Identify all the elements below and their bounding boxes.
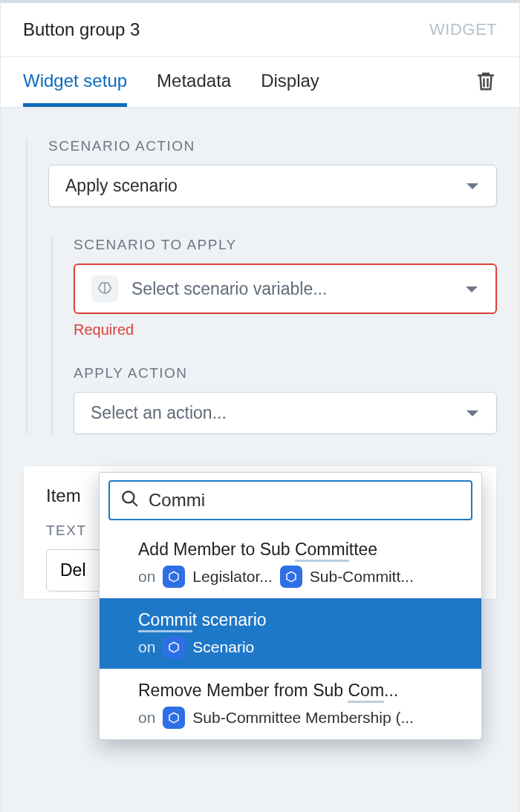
trash-icon[interactable] — [475, 70, 497, 95]
scenario-to-apply-placeholder: Select scenario variable... — [131, 279, 327, 299]
scenario-action-value: Apply scenario — [65, 176, 178, 196]
apply-action-select[interactable]: Select an action... — [74, 392, 497, 434]
scenario-action-select[interactable]: Apply scenario — [48, 165, 497, 207]
tabs: Widget setup Metadata Display — [23, 57, 319, 107]
option-remove-member[interactable]: Remove Member from Sub Com... on Sub-Com… — [100, 669, 481, 739]
entity-chip: Legislator... — [192, 568, 272, 586]
action-dropdown: Add Member to Sub Committee on Legislato… — [99, 472, 482, 740]
option-add-member[interactable]: Add Member to Sub Committee on Legislato… — [100, 528, 481, 598]
scenario-config-card: SCENARIO ACTION Apply scenario SCENARIO … — [1, 108, 519, 456]
apply-action-label: APPLY ACTION — [74, 365, 497, 382]
entity-chip: Sub-Committ... — [310, 568, 414, 586]
search-icon — [120, 489, 140, 511]
scenario-required-error: Required — [74, 321, 497, 338]
search-wrap — [100, 473, 481, 528]
cube-icon — [163, 636, 185, 658]
option-title: Commit scenario — [138, 610, 472, 630]
select-inner: Select scenario variable... — [91, 275, 327, 302]
scenario-action-label: SCENARIO ACTION — [48, 138, 497, 154]
svg-point-0 — [123, 491, 134, 502]
caret-down-icon — [465, 176, 480, 196]
tab-widget-setup[interactable]: Widget setup — [23, 57, 127, 107]
tabs-row: Widget setup Metadata Display — [1, 56, 519, 108]
apply-action-placeholder: Select an action... — [91, 403, 227, 423]
option-commit-scenario[interactable]: Commit scenario on Scenario — [100, 598, 481, 669]
scenario-action-section: SCENARIO ACTION Apply scenario SCENARIO … — [26, 138, 497, 434]
cube-icon — [163, 566, 185, 588]
option-title: Remove Member from Sub Com... — [138, 681, 472, 701]
entity-chip: Sub-Committee Membership (... — [192, 709, 414, 727]
option-subline: on Scenario — [138, 636, 472, 658]
nested-indent: SCENARIO TO APPLY Select scenario variab… — [51, 237, 497, 434]
tab-metadata[interactable]: Metadata — [157, 57, 231, 107]
caret-down-icon — [464, 279, 479, 299]
entity-chip: Scenario — [192, 638, 254, 656]
nested-section: SCENARIO TO APPLY Select scenario variab… — [48, 237, 497, 434]
panel-header: Button group 3 WIDGET — [1, 3, 519, 56]
caret-down-icon — [465, 403, 480, 423]
option-subline: on Sub-Committee Membership (... — [138, 707, 472, 729]
cube-icon — [163, 707, 185, 729]
tab-display[interactable]: Display — [261, 57, 319, 107]
widget-title: Button group 3 — [23, 19, 140, 40]
scenario-to-apply-select[interactable]: Select scenario variable... — [74, 263, 497, 314]
panel-body: SCENARIO ACTION Apply scenario SCENARIO … — [1, 108, 519, 812]
svg-line-1 — [132, 501, 137, 506]
widget-type-badge: WIDGET — [429, 20, 497, 39]
cube-icon — [280, 566, 302, 588]
brain-icon — [91, 275, 118, 302]
option-subline: on Legislator... Sub-Committ... — [138, 566, 472, 588]
scenario-to-apply-label: SCENARIO TO APPLY — [74, 237, 497, 253]
action-search-input[interactable] — [149, 490, 461, 511]
option-title: Add Member to Sub Committee — [138, 540, 472, 560]
widget-config-panel: Button group 3 WIDGET Widget setup Metad… — [0, 0, 520, 812]
search-box — [108, 480, 472, 520]
